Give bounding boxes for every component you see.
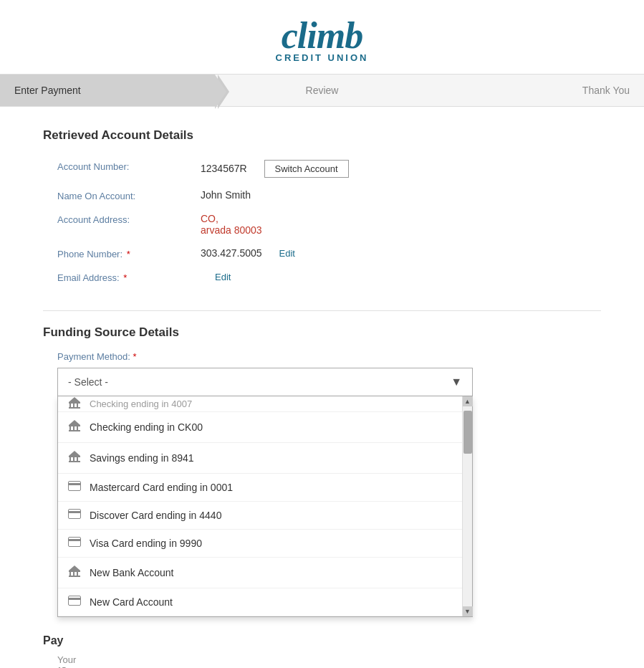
bank-icon-0 bbox=[68, 396, 82, 412]
logo-credit-union: CREDIT UNION bbox=[0, 52, 644, 63]
account-details-title: Retrieved Account Details bbox=[43, 128, 601, 143]
svg-rect-27 bbox=[77, 572, 78, 576]
scrollbar-down-arrow[interactable]: ▼ bbox=[463, 606, 473, 616]
svg-rect-20 bbox=[69, 510, 81, 519]
switch-account-button[interactable]: Switch Account bbox=[264, 160, 349, 178]
name-on-account-label: Name On Account: bbox=[57, 189, 201, 201]
phone-number-label: Phone Number: * bbox=[57, 247, 201, 259]
svg-rect-13 bbox=[69, 457, 71, 461]
dropdown-items-list: Checking ending in 4007 Checking ending … bbox=[58, 396, 462, 616]
dropdown-item-mastercard-0001[interactable]: Mastercard Card ending in 0001 bbox=[58, 474, 462, 502]
dropdown-item-savings-8941[interactable]: Savings ending in 8941 bbox=[58, 443, 462, 474]
card-icon-5 bbox=[68, 537, 82, 550]
bank-icon-6 bbox=[68, 565, 82, 581]
svg-rect-12 bbox=[69, 456, 80, 457]
funding-source-section: Funding Source Details Payment Method: *… bbox=[43, 325, 601, 617]
email-address-label: Email Address: * bbox=[57, 271, 201, 283]
svg-rect-30 bbox=[69, 596, 81, 606]
scrollbar-up-arrow[interactable]: ▲ bbox=[463, 396, 473, 406]
dropdown-item-new-card[interactable]: New Card Account bbox=[58, 588, 462, 616]
dropdown-item-new-bank[interactable]: New Bank Account bbox=[58, 558, 462, 588]
step-review: Review bbox=[215, 75, 430, 106]
payment-amount-section: Pay Your {Co bbox=[43, 634, 601, 668]
svg-rect-0 bbox=[69, 402, 80, 404]
step-enter-payment: Enter Payment bbox=[0, 75, 215, 106]
email-required-star: * bbox=[123, 272, 127, 283]
dropdown-scrollbar[interactable]: ▲ ▼ bbox=[462, 396, 472, 616]
card-icon-3 bbox=[68, 481, 82, 494]
svg-rect-31 bbox=[68, 598, 81, 600]
svg-marker-17 bbox=[69, 451, 80, 456]
payment-method-select[interactable]: - Select - ▼ bbox=[57, 368, 473, 396]
svg-rect-19 bbox=[68, 483, 81, 485]
svg-rect-24 bbox=[69, 571, 80, 572]
scrollbar-track-area bbox=[463, 406, 472, 606]
account-number-label: Account Number: bbox=[57, 160, 201, 172]
svg-rect-6 bbox=[69, 425, 80, 426]
svg-rect-26 bbox=[73, 572, 75, 576]
svg-rect-25 bbox=[69, 572, 71, 576]
bank-icon-2 bbox=[68, 450, 82, 466]
card-icon-4 bbox=[68, 509, 82, 522]
step-thank-you: Thank You bbox=[429, 75, 644, 106]
select-dropdown-arrow: ▼ bbox=[451, 376, 462, 388]
svg-rect-9 bbox=[77, 426, 78, 430]
dropdown-item-discover-4440[interactable]: Discover Card ending in 4440 bbox=[58, 502, 462, 530]
svg-rect-1 bbox=[69, 404, 71, 407]
logo-climb: climb bbox=[0, 14, 644, 57]
scrollbar-thumb[interactable] bbox=[463, 411, 472, 454]
payment-section-title: Pay bbox=[43, 634, 601, 647]
payment-note-line1: Your bbox=[57, 654, 587, 665]
progress-bar: Enter Payment Review Thank You bbox=[0, 75, 644, 107]
payment-note-line2: {Co bbox=[57, 665, 587, 668]
svg-rect-7 bbox=[69, 426, 71, 430]
svg-rect-14 bbox=[73, 457, 75, 461]
svg-rect-15 bbox=[77, 457, 78, 461]
svg-rect-16 bbox=[69, 461, 80, 462]
account-address-row: Account Address: CO, arvada 80003 bbox=[43, 207, 601, 242]
main-content: Retrieved Account Details Account Number… bbox=[0, 107, 644, 668]
name-on-account-value: John Smith bbox=[201, 189, 587, 201]
select-display[interactable]: - Select - ▼ bbox=[57, 368, 473, 396]
dropdown-item-checking-ck00[interactable]: Checking ending in CK00 bbox=[58, 412, 462, 443]
account-details-section: Retrieved Account Details Account Number… bbox=[43, 128, 601, 289]
svg-rect-10 bbox=[69, 430, 80, 431]
email-edit-link[interactable]: Edit bbox=[215, 272, 231, 282]
bank-icon-1 bbox=[68, 419, 82, 435]
svg-rect-28 bbox=[69, 576, 80, 577]
svg-rect-21 bbox=[68, 511, 81, 513]
account-address-value: CO, arvada 80003 bbox=[201, 213, 587, 236]
funding-source-title: Funding Source Details bbox=[43, 325, 601, 340]
phone-number-value: 303.427.5005 Edit bbox=[201, 247, 587, 259]
dropdown-item-checking-4007[interactable]: Checking ending in 4007 bbox=[58, 396, 462, 412]
payment-method-required-star: * bbox=[133, 351, 137, 362]
svg-marker-29 bbox=[69, 566, 80, 571]
svg-rect-23 bbox=[68, 539, 81, 541]
header: climb CREDIT UNION bbox=[0, 0, 644, 75]
account-address-label: Account Address: bbox=[57, 213, 201, 225]
phone-required-star: * bbox=[127, 249, 130, 259]
account-number-row: Account Number: 1234567R Switch Account bbox=[43, 154, 601, 183]
divider-1 bbox=[43, 310, 601, 311]
phone-edit-link[interactable]: Edit bbox=[279, 248, 295, 259]
account-number-value: 1234567R Switch Account bbox=[201, 160, 587, 178]
svg-marker-11 bbox=[69, 420, 80, 425]
svg-rect-8 bbox=[73, 426, 75, 430]
name-on-account-row: Name On Account: John Smith bbox=[43, 183, 601, 207]
svg-rect-18 bbox=[69, 482, 81, 491]
dropdown-open: Checking ending in 4007 Checking ending … bbox=[57, 396, 473, 617]
phone-number-row: Phone Number: * 303.427.5005 Edit bbox=[43, 242, 601, 265]
svg-rect-22 bbox=[69, 538, 81, 547]
svg-rect-2 bbox=[73, 404, 75, 407]
email-address-row: Email Address: * Edit bbox=[43, 265, 601, 289]
svg-rect-4 bbox=[69, 407, 80, 409]
svg-rect-3 bbox=[77, 404, 78, 407]
card-icon-7 bbox=[68, 596, 82, 609]
payment-method-label: Payment Method: * bbox=[57, 351, 601, 362]
svg-marker-5 bbox=[69, 397, 80, 402]
email-address-value: Edit bbox=[201, 271, 587, 282]
dropdown-item-visa-9990[interactable]: Visa Card ending in 9990 bbox=[58, 530, 462, 558]
